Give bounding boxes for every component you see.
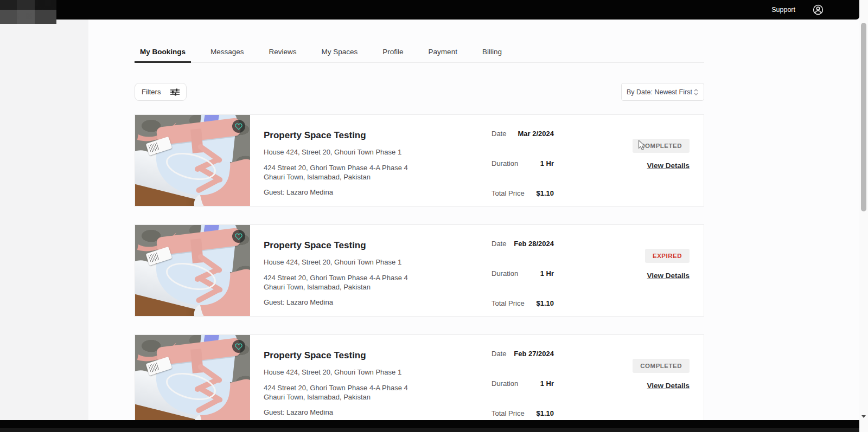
account-icon[interactable]: [813, 4, 824, 15]
favorite-heart-icon[interactable]: [232, 340, 245, 353]
booking-title: Property Space Testing: [264, 350, 486, 361]
guest-name: Guest: Lazaro Medina: [264, 188, 486, 196]
address-line-1: House 424, Street 20, Ghouri Town Phase …: [264, 147, 431, 157]
booking-card: Property Space Testing House 424, Street…: [135, 334, 704, 427]
address-line-1: House 424, Street 20, Ghouri Town Phase …: [264, 367, 431, 377]
address-line-2: 424 Street 20, Ghori Town Phase 4-A Phas…: [264, 163, 431, 182]
booking-card: Property Space Testing House 424, Street…: [135, 114, 704, 207]
filter-sliders-icon: [170, 88, 180, 96]
duration-value: 1 Hr: [540, 159, 554, 167]
support-link[interactable]: Support: [771, 6, 795, 14]
filters-label: Filters: [142, 88, 161, 96]
favorite-heart-icon[interactable]: [232, 120, 245, 133]
listing-photo[interactable]: [135, 335, 250, 426]
sort-selected-value: By Date: Newest First: [627, 88, 692, 96]
tab-my-bookings[interactable]: My Bookings: [135, 43, 191, 63]
tab-profile[interactable]: Profile: [377, 43, 409, 63]
date-label: Date: [492, 240, 506, 248]
page-background: My BookingsMessagesReviewsMy SpacesProfi…: [0, 20, 868, 432]
total-price-label: Total Price: [492, 189, 525, 197]
booking-meta: Date Feb 28/2024 Duration 1 Hr Total Pri…: [492, 225, 554, 316]
bottom-bar: [0, 420, 859, 432]
total-price-value: $1.10: [536, 409, 554, 417]
guest-name: Guest: Lazaro Medina: [264, 408, 486, 416]
tab-messages[interactable]: Messages: [205, 43, 250, 63]
profile-tabs: My BookingsMessagesReviewsMy SpacesProfi…: [135, 43, 704, 63]
list-toolbar: Filters By Date: Newest First: [135, 83, 704, 101]
date-value: Feb 28/2024: [514, 240, 554, 248]
vertical-scrollbar[interactable]: [859, 0, 868, 432]
view-details-link[interactable]: View Details: [647, 272, 690, 280]
main-panel: My BookingsMessagesReviewsMy SpacesProfi…: [88, 20, 859, 432]
date-value: Mar 2/2024: [518, 130, 554, 138]
bookings-list: Property Space Testing House 424, Street…: [135, 114, 704, 427]
date-value: Feb 27/2024: [514, 350, 554, 358]
address-line-2: 424 Street 20, Ghori Town Phase 4-A Phas…: [264, 273, 431, 292]
booking-meta: Date Feb 27/2024 Duration 1 Hr Total Pri…: [492, 335, 554, 426]
date-label: Date: [492, 130, 506, 138]
view-details-link[interactable]: View Details: [647, 162, 690, 170]
total-price-label: Total Price: [492, 299, 525, 307]
scroll-down-arrow[interactable]: [861, 415, 866, 418]
blurred-logo: [0, 0, 56, 24]
booking-title: Property Space Testing: [264, 240, 486, 251]
duration-value: 1 Hr: [540, 379, 554, 388]
total-price-value: $1.10: [536, 189, 554, 197]
date-label: Date: [492, 350, 506, 358]
favorite-heart-icon[interactable]: [232, 230, 245, 243]
status-badge: EXPIRED: [645, 249, 690, 263]
sort-chevron-icon: [693, 88, 699, 96]
status-badge: COMPLETED: [633, 139, 690, 153]
filters-button[interactable]: Filters: [135, 83, 187, 101]
address-line-1: House 424, Street 20, Ghouri Town Phase …: [264, 257, 431, 267]
total-price-value: $1.10: [536, 299, 554, 307]
top-navigation-bar: Support: [0, 0, 859, 20]
booking-card: Property Space Testing House 424, Street…: [135, 224, 704, 317]
view-details-link[interactable]: View Details: [647, 382, 690, 390]
tab-payment[interactable]: Payment: [423, 43, 463, 63]
listing-photo[interactable]: [135, 225, 250, 316]
booking-title: Property Space Testing: [264, 130, 486, 141]
status-badge: COMPLETED: [633, 359, 690, 373]
duration-value: 1 Hr: [540, 269, 554, 278]
listing-photo[interactable]: [135, 115, 250, 206]
address-line-2: 424 Street 20, Ghori Town Phase 4-A Phas…: [264, 383, 431, 402]
sort-dropdown[interactable]: By Date: Newest First: [621, 83, 704, 101]
duration-label: Duration: [492, 379, 518, 388]
tab-my-spaces[interactable]: My Spaces: [316, 43, 363, 63]
duration-label: Duration: [492, 159, 518, 167]
guest-name: Guest: Lazaro Medina: [264, 298, 486, 306]
booking-meta: Date Mar 2/2024 Duration 1 Hr Total Pric…: [492, 115, 554, 206]
tab-reviews[interactable]: Reviews: [264, 43, 302, 63]
total-price-label: Total Price: [492, 409, 525, 417]
scrollbar-thumb[interactable]: [861, 23, 866, 211]
tab-billing[interactable]: Billing: [477, 43, 507, 63]
duration-label: Duration: [492, 269, 518, 278]
